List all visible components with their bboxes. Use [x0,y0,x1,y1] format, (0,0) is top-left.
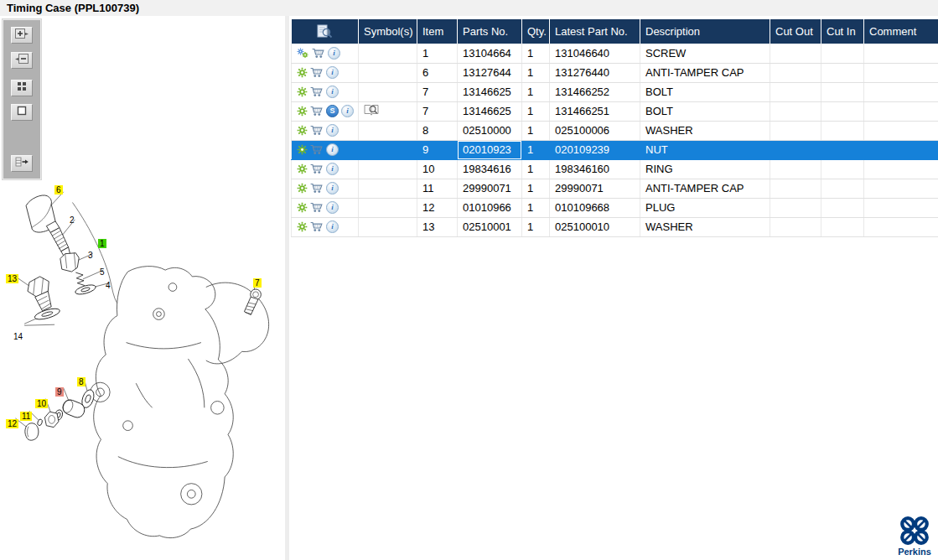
info-icon[interactable]: i [326,124,339,137]
fit-selection-button[interactable] [11,104,33,121]
gear-icon[interactable] [297,202,308,213]
item-cell: 10 [417,159,458,179]
diagram-callout-8[interactable]: 8 [77,377,86,386]
column-header-actions[interactable] [292,19,359,44]
diagram-callout-6[interactable]: 6 [54,185,63,194]
info-icon[interactable]: i [341,105,354,117]
table-row-item-13[interactable]: i13025100011025100010WASHER [292,217,938,236]
row-actions-cell: i [292,121,359,140]
latest-part-no-cell: 131276440 [550,63,640,82]
table-row-item-1[interactable]: i1131046641131046640SCREW [292,44,938,63]
symbols-cell[interactable] [359,101,417,121]
diagram-callout-3[interactable]: 3 [86,251,95,260]
comment-cell [864,198,938,217]
zoom-out-icon [14,53,29,69]
comment-cell [864,101,938,121]
symbols-cell [359,140,417,159]
description-cell: NUT [640,140,770,159]
diagram-callout-11[interactable]: 11 [20,412,32,421]
cart-icon[interactable] [310,183,324,194]
info-icon[interactable]: i [326,143,339,156]
diagram-callout-10[interactable]: 10 [35,399,48,408]
column-header-label: Parts No. [463,25,508,38]
table-body: i1131046641131046640SCREWi61312764411312… [292,44,938,236]
item-cell: 13 [417,217,458,236]
column-header-cut_out[interactable]: Cut Out [770,19,821,44]
table-row-item-10[interactable]: i10198346161198346160RING [292,159,938,179]
column-header-description[interactable]: Description [640,19,770,44]
column-header-cut_in[interactable]: Cut In [821,19,864,44]
gear-icon[interactable] [297,163,308,174]
cut-out-cell [770,101,821,121]
column-header-symbols[interactable]: Symbol(s) [359,19,417,44]
info-icon[interactable]: i [326,86,339,98]
cut-out-cell [770,217,821,236]
cart-icon[interactable] [310,144,324,155]
column-header-item[interactable]: Item [417,19,458,44]
diagram-callout-1[interactable]: 1 [98,239,106,248]
symbols-cell [359,159,417,179]
gear-icon[interactable] [297,67,308,78]
info-icon[interactable]: i [328,47,340,60]
parts-no-cell: 13104664 [458,44,522,63]
gear-icon[interactable] [297,183,308,194]
cart-icon[interactable] [310,163,324,174]
gear-icon[interactable] [297,221,308,232]
qty-cell: 1 [522,101,550,121]
diagram-callout-2[interactable]: 2 [68,215,76,225]
table-row-item-6[interactable]: i6131276441131276440ANTI-TAMPER CAP [292,63,938,82]
column-header-parts_no[interactable]: Parts No. [458,19,522,44]
show-list-button[interactable] [11,155,33,172]
table-row-item-7[interactable]: Si7131466251131466251BOLT [292,101,938,121]
symbols-cell [359,179,417,198]
table-row-item-7[interactable]: i7131466251131466252BOLT [292,82,938,101]
gear-add-icon[interactable] [297,48,309,59]
parts-no-cell: 19834616 [458,159,522,179]
diagram-callout-7[interactable]: 7 [253,278,262,288]
diagram-callout-14[interactable]: 14 [12,332,24,341]
gear-icon[interactable] [297,86,308,97]
page-title: Timing Case (PPL100739) [0,0,139,16]
tile-windows-icon [16,80,28,96]
gear-icon[interactable] [297,144,308,155]
table-row-item-8[interactable]: i8025100001025100006WASHER [292,121,938,140]
cart-icon[interactable] [310,106,324,117]
zoom-out-button[interactable] [11,52,33,69]
info-icon[interactable]: i [326,201,339,214]
info-icon[interactable]: i [326,220,339,233]
s-badge-icon[interactable]: S [326,105,339,117]
diagram-callout-5[interactable]: 5 [98,267,106,277]
column-header-latest_part_no[interactable]: Latest Part No. [550,19,640,44]
diagram-callout-12[interactable]: 12 [6,419,18,428]
cart-icon[interactable] [310,202,324,213]
perkins-rings-icon [899,515,930,547]
item-cell: 1 [417,44,458,63]
info-icon[interactable]: i [326,66,339,79]
cart-icon[interactable] [310,125,324,136]
column-header-qty[interactable]: Qty. [522,19,550,44]
diagram-callout-13[interactable]: 13 [6,274,18,283]
cart-icon[interactable] [310,67,324,78]
tile-windows-button[interactable] [11,80,33,96]
cart-icon[interactable] [310,221,324,232]
info-icon[interactable]: i [326,163,339,175]
diagram-callout-9[interactable]: 9 [55,387,64,397]
latest-part-no-cell: 131466252 [550,82,640,101]
description-cell: BOLT [640,101,770,121]
zoom-in-button[interactable] [11,27,33,44]
table-row-item-12[interactable]: i12010109661010109668PLUG [292,198,938,217]
parts-list-panel: Symbol(s)ItemParts No.Qty.Latest Part No… [289,16,938,560]
column-header-comment[interactable]: Comment [864,19,938,44]
diagram-callout-4[interactable]: 4 [104,281,112,290]
cart-icon[interactable] [310,86,324,97]
cut-out-cell [770,44,821,63]
item-cell: 9 [417,140,458,159]
table-row-item-9[interactable]: i9020109231020109239NUT [292,140,938,159]
info-icon[interactable]: i [326,182,339,194]
table-row-item-11[interactable]: i1129990071129990071ANTI-TAMPER CAP [292,179,938,198]
cut-in-cell [821,82,864,101]
book-magnifier-icon[interactable] [364,104,379,116]
cart-icon[interactable] [312,48,325,59]
gear-icon[interactable] [297,125,308,136]
gear-icon[interactable] [297,106,308,117]
